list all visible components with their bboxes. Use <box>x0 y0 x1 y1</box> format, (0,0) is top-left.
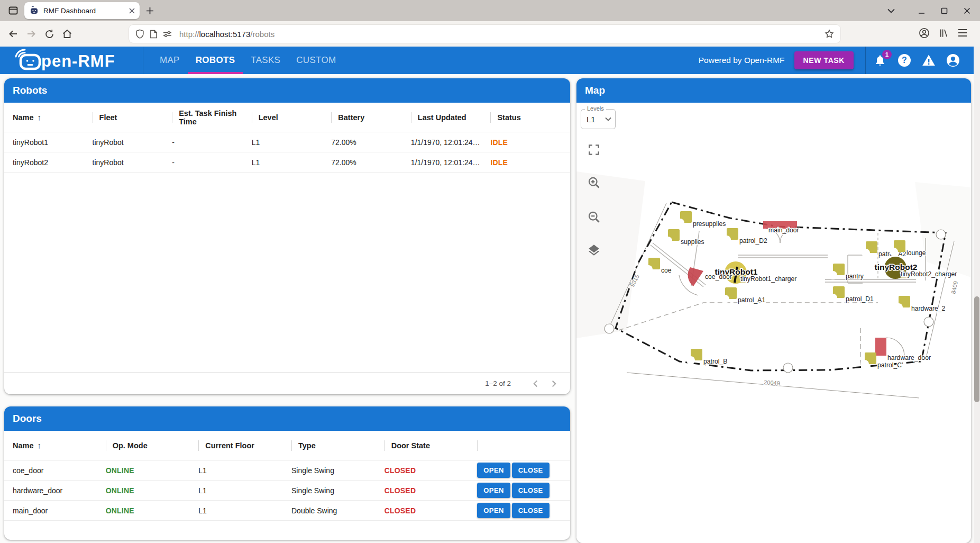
tab-close-icon[interactable] <box>129 7 135 14</box>
column-header-name[interactable]: Name↑ <box>13 441 106 450</box>
url-text: http://localhost:5173/robots <box>179 30 819 39</box>
browser-scrollbar[interactable] <box>974 47 980 543</box>
door-type: Double Swing <box>291 506 384 515</box>
nav-tab-map[interactable]: MAP <box>152 47 188 74</box>
zoom-out-icon[interactable] <box>586 209 602 225</box>
pagination-prev-icon[interactable] <box>527 375 545 393</box>
shield-icon[interactable] <box>135 29 144 39</box>
nav-tab-tasks[interactable]: TASKS <box>243 47 288 74</box>
svg-text:lounge: lounge <box>906 249 926 257</box>
column-header-op-mode[interactable]: Op. Mode <box>106 440 199 451</box>
column-header-fleet[interactable]: Fleet <box>93 112 172 123</box>
help-icon[interactable]: ? <box>897 53 911 67</box>
svg-text:pen-RMF: pen-RMF <box>41 52 115 70</box>
door-open-button[interactable]: OPEN <box>477 503 510 518</box>
pagination-next-icon[interactable] <box>545 375 563 393</box>
address-bar[interactable]: http://localhost:5173/robots <box>129 25 840 43</box>
zoom-in-icon[interactable] <box>586 175 602 191</box>
page-info-icon[interactable] <box>150 30 158 39</box>
column-header-door-state[interactable]: Door State <box>384 440 478 451</box>
robot-row[interactable]: tinyRobot1tinyRobot-L172.00%1/1/1970, 12… <box>4 132 570 152</box>
svg-text:pantry: pantry <box>846 273 864 280</box>
column-header-actions[interactable] <box>477 440 570 451</box>
map-coe-door[interactable] <box>688 267 703 286</box>
svg-text:hardware_2: hardware_2 <box>911 305 946 312</box>
door-open-button[interactable]: OPEN <box>477 483 510 498</box>
app-bar: pen-RMF MAPROBOTSTASKSCUSTOM Powered by … <box>0 47 974 74</box>
svg-text:patrol_C: patrol_C <box>877 361 902 369</box>
svg-text:patrol_B: patrol_B <box>703 358 727 365</box>
browser-window: RMF Dashboard <box>0 0 980 543</box>
map-canvas[interactable]: presuppliessuppliespatrol_D2coepatrol_A2… <box>576 103 971 543</box>
robot-row[interactable]: tinyRobot2tinyRobot-L172.00%1/1/1970, 12… <box>4 152 570 173</box>
home-icon[interactable] <box>58 25 76 43</box>
layers-icon[interactable] <box>586 242 602 258</box>
map-waypoint-pantry[interactable]: pantry <box>829 264 864 280</box>
permissions-tune-icon[interactable] <box>163 30 172 38</box>
robot-est-finish: - <box>172 138 252 147</box>
column-header-status[interactable]: Status <box>490 112 570 123</box>
map-waypoint-patrol_D2[interactable]: patrol_D2 <box>722 228 767 245</box>
door-open-button[interactable]: OPEN <box>477 463 510 478</box>
reload-icon[interactable] <box>40 25 58 43</box>
open-rmf-logo[interactable]: pen-RMF <box>14 49 134 72</box>
levels-select[interactable]: Levels L1 <box>581 109 616 129</box>
menu-hamburger-icon[interactable] <box>958 29 967 39</box>
bookmark-star-icon[interactable] <box>825 29 834 39</box>
account-profile-icon[interactable] <box>919 28 930 41</box>
sort-ascending-icon: ↑ <box>38 113 42 122</box>
map-waypoint-presupplies[interactable]: presupplies <box>676 211 726 228</box>
scrollbar-thumb[interactable] <box>974 296 979 402</box>
map-hardware-door[interactable] <box>875 338 886 356</box>
column-header-last-updated[interactable]: Last Updated <box>411 112 491 123</box>
column-header-level[interactable]: Level <box>252 112 332 123</box>
map-waypoint-patrol_A1[interactable]: patrol_A1 <box>721 287 765 304</box>
browser-tab-bar: RMF Dashboard <box>0 0 980 21</box>
close-window-icon[interactable] <box>964 7 970 14</box>
door-close-button[interactable]: CLOSE <box>512 463 549 478</box>
tab-title: RMF Dashboard <box>43 7 129 15</box>
door-close-button[interactable]: CLOSE <box>512 503 549 518</box>
svg-text:patrol_D2: patrol_D2 <box>739 237 767 245</box>
robot-level: L1 <box>252 158 332 167</box>
nav-tab-robots[interactable]: ROBOTS <box>188 47 243 74</box>
list-tabs-icon[interactable] <box>887 8 895 13</box>
doors-panel-title: Doors <box>4 406 570 431</box>
column-header-battery[interactable]: Battery <box>331 112 411 123</box>
map-waypoint-patrol_D1[interactable]: patrol_D1 <box>829 286 874 303</box>
map-waypoint-hardware_2[interactable]: hardware_2 <box>894 296 946 312</box>
pagination-label: 1–2 of 2 <box>485 379 511 387</box>
robot-fleet: tinyRobot <box>93 158 172 167</box>
door-close-button[interactable]: CLOSE <box>512 483 549 498</box>
new-task-button[interactable]: NEW TASK <box>794 51 854 69</box>
maximize-window-icon[interactable] <box>941 7 948 14</box>
door-type: Single Swing <box>291 466 384 475</box>
door-op-mode: ONLINE <box>106 486 199 495</box>
warning-icon[interactable] <box>922 53 936 67</box>
back-icon[interactable] <box>4 25 22 43</box>
forward-icon[interactable] <box>22 25 40 43</box>
map-panel: Map <box>576 78 971 543</box>
powered-by-text: Powered by Open-RMF <box>699 56 785 65</box>
robot-status: IDLE <box>490 138 570 147</box>
column-header-current-floor[interactable]: Current Floor <box>198 440 291 451</box>
account-icon[interactable] <box>946 53 960 67</box>
map-waypoint-patrol_B[interactable]: patrol_B <box>686 349 727 365</box>
column-header-est-task-finish-time[interactable]: Est. Task Finish Time <box>172 109 252 126</box>
levels-label: Levels <box>585 105 606 112</box>
map-waypoint-coe[interactable]: coe <box>644 258 672 274</box>
minimize-window-icon[interactable] <box>918 7 925 14</box>
sort-ascending-icon: ↑ <box>38 441 42 450</box>
notifications-bell-icon[interactable]: 1 <box>873 53 887 67</box>
column-header-name[interactable]: Name↑ <box>13 113 93 122</box>
map-waypoint-lounge[interactable]: lounge <box>890 240 926 257</box>
new-tab-button[interactable] <box>146 7 154 15</box>
library-save-icon[interactable] <box>939 28 949 40</box>
firefox-view-icon[interactable] <box>5 3 21 19</box>
nav-tab-custom[interactable]: CUSTOM <box>288 47 344 74</box>
column-header-type[interactable]: Type <box>291 440 384 451</box>
robots-panel-title: Robots <box>4 78 570 103</box>
fullscreen-icon[interactable] <box>586 142 602 158</box>
levels-value: L1 <box>587 115 596 124</box>
browser-tab[interactable]: RMF Dashboard <box>24 2 140 19</box>
